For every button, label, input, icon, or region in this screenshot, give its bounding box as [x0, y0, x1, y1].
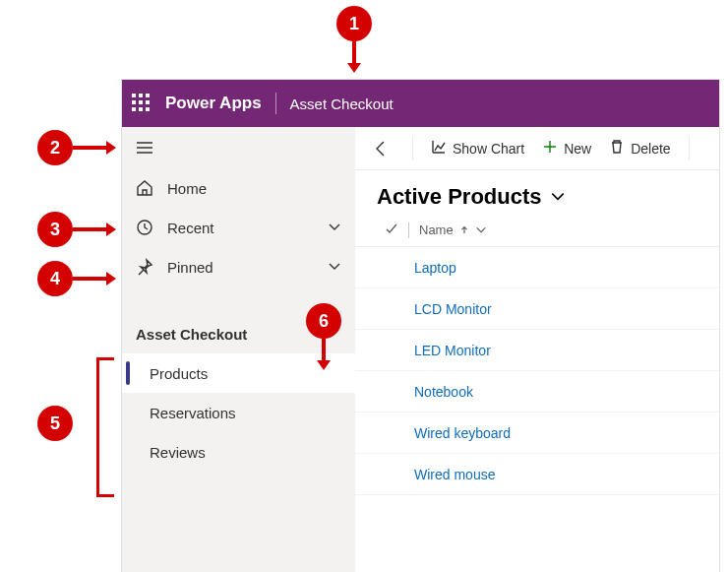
- callout-2: 2: [37, 130, 73, 165]
- clock-icon: [136, 219, 153, 236]
- nav-section-label: Asset Checkout: [136, 326, 328, 343]
- delete-label: Delete: [631, 141, 670, 157]
- table-row[interactable]: LCD Monitor: [355, 288, 719, 330]
- chevron-down-icon: [475, 224, 487, 236]
- view-title-text: Active Products: [377, 184, 542, 210]
- suite-title: Power Apps: [165, 94, 262, 113]
- nav-item-label: Reviews: [150, 444, 206, 461]
- callout-3: 3: [37, 212, 73, 247]
- delete-button[interactable]: Delete: [609, 139, 670, 158]
- chevron-down-icon: [328, 221, 341, 234]
- nav-pinned[interactable]: Pinned: [122, 247, 355, 286]
- chevron-down-icon: [550, 189, 566, 205]
- column-header-label: Name: [419, 222, 454, 237]
- grid-header: Name: [355, 218, 719, 247]
- table-row[interactable]: Laptop: [355, 247, 719, 288]
- callout-6: 6: [306, 303, 341, 339]
- table-row[interactable]: Wired keyboard: [355, 413, 719, 454]
- nav-pinned-label: Pinned: [167, 259, 314, 276]
- record-link[interactable]: Wired mouse: [414, 467, 495, 482]
- show-chart-label: Show Chart: [453, 141, 524, 157]
- command-bar: Show Chart New Delete: [355, 127, 719, 170]
- nav-item-reservations[interactable]: Reservations: [122, 393, 355, 432]
- back-button[interactable]: [369, 136, 394, 161]
- record-link[interactable]: Notebook: [414, 384, 473, 400]
- callout-5: 5: [37, 406, 73, 441]
- divider: [275, 93, 276, 114]
- chart-icon: [431, 139, 447, 158]
- show-chart-button[interactable]: Show Chart: [431, 139, 524, 158]
- app-name: Asset Checkout: [290, 95, 394, 112]
- record-link[interactable]: Wired keyboard: [414, 425, 511, 441]
- record-link[interactable]: LED Monitor: [414, 343, 491, 358]
- suite-header: Power Apps Asset Checkout: [122, 80, 719, 127]
- view-header: Active Products: [355, 170, 719, 218]
- table-row[interactable]: Wired mouse: [355, 454, 719, 495]
- divider: [408, 222, 409, 238]
- plus-icon: [542, 139, 558, 158]
- trash-icon: [609, 139, 625, 158]
- new-button[interactable]: New: [542, 139, 591, 158]
- divider: [412, 137, 413, 160]
- home-icon: [136, 179, 153, 197]
- view-selector[interactable]: Active Products: [377, 184, 698, 210]
- table-row[interactable]: LED Monitor: [355, 330, 719, 371]
- column-header-name[interactable]: Name: [419, 222, 487, 237]
- main-area: Show Chart New Delete Active Products: [355, 127, 719, 572]
- record-link[interactable]: Laptop: [414, 260, 456, 276]
- nav-item-products[interactable]: Products: [122, 353, 355, 393]
- nav-recent[interactable]: Recent: [122, 208, 355, 247]
- divider: [689, 137, 690, 160]
- nav-home-label: Home: [167, 180, 341, 197]
- nav-item-reviews[interactable]: Reviews: [122, 432, 355, 472]
- nav-item-label: Products: [150, 365, 208, 382]
- table-row[interactable]: Notebook: [355, 371, 719, 413]
- chevron-down-icon: [328, 260, 341, 274]
- app-launcher-icon[interactable]: [132, 94, 152, 113]
- pin-icon: [136, 258, 153, 276]
- app-frame: Power Apps Asset Checkout Home Recent Pi…: [121, 79, 720, 572]
- callout-5-bracket: [96, 357, 114, 497]
- record-link[interactable]: LCD Monitor: [414, 301, 492, 317]
- nav-home[interactable]: Home: [122, 168, 355, 208]
- sidebar: Home Recent Pinned Asset Checkout Produc…: [122, 127, 355, 572]
- callout-4: 4: [37, 261, 73, 296]
- grid-body: Laptop LCD Monitor LED Monitor Notebook …: [355, 247, 719, 572]
- nav-collapse-button[interactable]: [122, 127, 355, 168]
- new-label: New: [564, 141, 591, 157]
- nav-recent-label: Recent: [167, 220, 314, 236]
- select-all-checkbox[interactable]: [385, 222, 398, 238]
- sort-asc-icon: [459, 225, 469, 235]
- callout-1: 1: [336, 6, 372, 41]
- nav-item-label: Reservations: [150, 405, 236, 421]
